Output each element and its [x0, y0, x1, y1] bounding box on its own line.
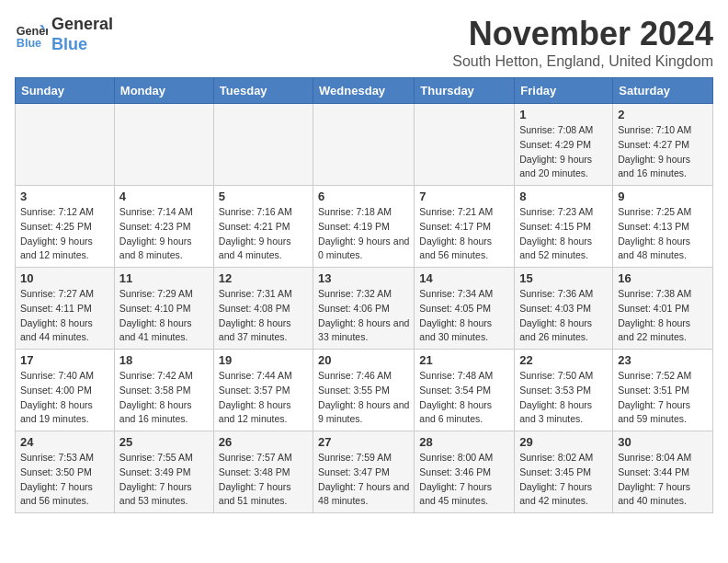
calendar-cell: 24Sunrise: 7:53 AM Sunset: 3:50 PM Dayli…	[16, 431, 115, 513]
day-number: 10	[20, 271, 109, 285]
day-info: Sunrise: 7:42 AM Sunset: 3:58 PM Dayligh…	[119, 369, 209, 427]
header-wednesday: Wednesday	[313, 78, 415, 104]
day-info: Sunrise: 7:14 AM Sunset: 4:23 PM Dayligh…	[119, 205, 209, 263]
day-info: Sunrise: 7:34 AM Sunset: 4:05 PM Dayligh…	[419, 287, 509, 345]
day-number: 5	[219, 190, 308, 203]
day-number: 25	[119, 435, 209, 449]
calendar-cell: 22Sunrise: 7:50 AM Sunset: 3:53 PM Dayli…	[515, 350, 613, 431]
day-info: Sunrise: 7:32 AM Sunset: 4:06 PM Dayligh…	[318, 287, 409, 345]
day-info: Sunrise: 7:55 AM Sunset: 3:49 PM Dayligh…	[119, 451, 209, 509]
month-title: November 2024	[452, 15, 713, 53]
day-number: 28	[419, 435, 509, 449]
day-info: Sunrise: 8:04 AM Sunset: 3:44 PM Dayligh…	[618, 451, 708, 509]
day-info: Sunrise: 7:40 AM Sunset: 4:00 PM Dayligh…	[20, 369, 109, 427]
day-number: 29	[519, 435, 608, 449]
day-info: Sunrise: 7:57 AM Sunset: 3:48 PM Dayligh…	[219, 451, 308, 509]
day-info: Sunrise: 7:29 AM Sunset: 4:10 PM Dayligh…	[119, 287, 209, 345]
calendar-cell: 15Sunrise: 7:36 AM Sunset: 4:03 PM Dayli…	[515, 268, 613, 350]
day-info: Sunrise: 7:16 AM Sunset: 4:21 PM Dayligh…	[219, 205, 308, 263]
calendar-cell	[16, 104, 115, 186]
header-monday: Monday	[114, 78, 213, 104]
calendar-cell: 28Sunrise: 8:00 AM Sunset: 3:46 PM Dayli…	[415, 431, 515, 513]
calendar-cell: 2Sunrise: 7:10 AM Sunset: 4:27 PM Daylig…	[613, 104, 713, 186]
title-area: November 2024 South Hetton, England, Uni…	[452, 15, 713, 70]
calendar-header-row: SundayMondayTuesdayWednesdayThursdayFrid…	[16, 78, 713, 104]
day-number: 30	[618, 435, 708, 449]
day-number: 8	[519, 190, 608, 203]
calendar-cell: 6Sunrise: 7:18 AM Sunset: 4:19 PM Daylig…	[313, 186, 415, 268]
day-number: 22	[519, 353, 608, 367]
calendar-week-3: 17Sunrise: 7:40 AM Sunset: 4:00 PM Dayli…	[16, 350, 713, 431]
day-number: 3	[20, 190, 109, 203]
logo: General Blue General Blue	[15, 15, 113, 54]
calendar-cell: 7Sunrise: 7:21 AM Sunset: 4:17 PM Daylig…	[415, 186, 515, 268]
day-number: 16	[618, 271, 708, 285]
day-info: Sunrise: 7:44 AM Sunset: 3:57 PM Dayligh…	[219, 369, 308, 427]
day-number: 17	[20, 353, 109, 367]
calendar-cell: 25Sunrise: 7:55 AM Sunset: 3:49 PM Dayli…	[114, 431, 213, 513]
day-number: 12	[219, 271, 308, 285]
location-title: South Hetton, England, United Kingdom	[452, 53, 713, 70]
day-info: Sunrise: 7:52 AM Sunset: 3:51 PM Dayligh…	[618, 369, 708, 427]
day-number: 23	[618, 353, 708, 367]
day-info: Sunrise: 8:00 AM Sunset: 3:46 PM Dayligh…	[419, 451, 509, 509]
day-info: Sunrise: 7:53 AM Sunset: 3:50 PM Dayligh…	[20, 451, 109, 509]
day-number: 4	[119, 190, 209, 203]
day-number: 24	[20, 435, 109, 449]
calendar-cell: 11Sunrise: 7:29 AM Sunset: 4:10 PM Dayli…	[114, 268, 213, 350]
day-info: Sunrise: 7:10 AM Sunset: 4:27 PM Dayligh…	[618, 123, 708, 181]
day-number: 7	[419, 190, 509, 203]
day-number: 21	[419, 353, 509, 367]
calendar-cell	[114, 104, 213, 186]
day-info: Sunrise: 7:18 AM Sunset: 4:19 PM Dayligh…	[318, 205, 409, 263]
calendar-week-1: 3Sunrise: 7:12 AM Sunset: 4:25 PM Daylig…	[16, 186, 713, 268]
day-info: Sunrise: 7:31 AM Sunset: 4:08 PM Dayligh…	[219, 287, 308, 345]
day-number: 1	[519, 108, 608, 121]
calendar-cell: 23Sunrise: 7:52 AM Sunset: 3:51 PM Dayli…	[613, 350, 713, 431]
header-friday: Friday	[515, 78, 613, 104]
calendar-cell: 26Sunrise: 7:57 AM Sunset: 3:48 PM Dayli…	[213, 431, 313, 513]
calendar-cell: 30Sunrise: 8:04 AM Sunset: 3:44 PM Dayli…	[613, 431, 713, 513]
day-number: 2	[618, 108, 708, 121]
calendar-cell: 13Sunrise: 7:32 AM Sunset: 4:06 PM Dayli…	[313, 268, 415, 350]
day-number: 15	[519, 271, 608, 285]
calendar-cell: 1Sunrise: 7:08 AM Sunset: 4:29 PM Daylig…	[515, 104, 613, 186]
calendar-cell: 5Sunrise: 7:16 AM Sunset: 4:21 PM Daylig…	[213, 186, 313, 268]
day-info: Sunrise: 7:21 AM Sunset: 4:17 PM Dayligh…	[419, 205, 509, 263]
day-info: Sunrise: 7:46 AM Sunset: 3:55 PM Dayligh…	[318, 369, 409, 427]
calendar-cell: 16Sunrise: 7:38 AM Sunset: 4:01 PM Dayli…	[613, 268, 713, 350]
header-thursday: Thursday	[415, 78, 515, 104]
day-number: 19	[219, 353, 308, 367]
calendar-cell	[213, 104, 313, 186]
header-sunday: Sunday	[16, 78, 115, 104]
calendar-cell: 14Sunrise: 7:34 AM Sunset: 4:05 PM Dayli…	[415, 268, 515, 350]
header-tuesday: Tuesday	[213, 78, 313, 104]
day-info: Sunrise: 7:36 AM Sunset: 4:03 PM Dayligh…	[519, 287, 608, 345]
day-number: 13	[318, 271, 409, 285]
day-number: 20	[318, 353, 409, 367]
day-number: 11	[119, 271, 209, 285]
day-info: Sunrise: 7:23 AM Sunset: 4:15 PM Dayligh…	[519, 205, 608, 263]
day-number: 9	[618, 190, 708, 203]
calendar-cell: 29Sunrise: 8:02 AM Sunset: 3:45 PM Dayli…	[515, 431, 613, 513]
calendar-cell: 21Sunrise: 7:48 AM Sunset: 3:54 PM Dayli…	[415, 350, 515, 431]
day-info: Sunrise: 7:25 AM Sunset: 4:13 PM Dayligh…	[618, 205, 708, 263]
calendar-cell: 12Sunrise: 7:31 AM Sunset: 4:08 PM Dayli…	[213, 268, 313, 350]
calendar-cell: 20Sunrise: 7:46 AM Sunset: 3:55 PM Dayli…	[313, 350, 415, 431]
calendar-table: SundayMondayTuesdayWednesdayThursdayFrid…	[15, 77, 713, 513]
calendar-cell: 9Sunrise: 7:25 AM Sunset: 4:13 PM Daylig…	[613, 186, 713, 268]
header-saturday: Saturday	[613, 78, 713, 104]
day-number: 6	[318, 190, 409, 203]
day-info: Sunrise: 7:38 AM Sunset: 4:01 PM Dayligh…	[618, 287, 708, 345]
calendar-cell: 27Sunrise: 7:59 AM Sunset: 3:47 PM Dayli…	[313, 431, 415, 513]
day-info: Sunrise: 7:50 AM Sunset: 3:53 PM Dayligh…	[519, 369, 608, 427]
calendar-cell	[313, 104, 415, 186]
calendar-cell: 8Sunrise: 7:23 AM Sunset: 4:15 PM Daylig…	[515, 186, 613, 268]
logo-icon: General Blue	[15, 18, 48, 52]
day-number: 27	[318, 435, 409, 449]
calendar-cell: 17Sunrise: 7:40 AM Sunset: 4:00 PM Dayli…	[16, 350, 115, 431]
calendar-cell: 3Sunrise: 7:12 AM Sunset: 4:25 PM Daylig…	[16, 186, 115, 268]
day-number: 18	[119, 353, 209, 367]
svg-text:Blue: Blue	[17, 36, 41, 49]
calendar-cell	[415, 104, 515, 186]
